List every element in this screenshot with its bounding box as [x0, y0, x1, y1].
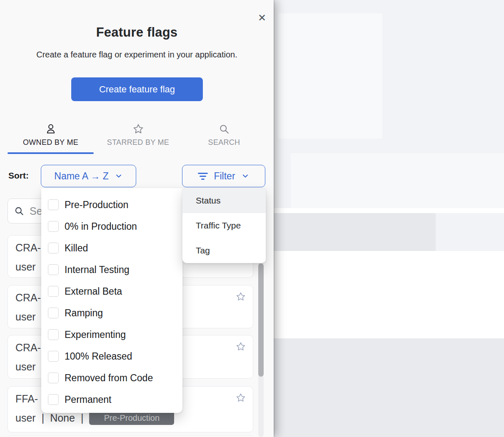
- filter-dropdown-button[interactable]: Filter: [182, 165, 265, 187]
- status-option-external-beta[interactable]: External Beta: [41, 281, 182, 302]
- page-skeleton-block: [278, 13, 382, 139]
- checkbox[interactable]: [48, 372, 59, 383]
- status-badge: Pre-Production: [89, 411, 174, 425]
- sort-value: Name A → Z: [54, 171, 108, 182]
- page-skeleton-block: [291, 153, 504, 208]
- filter-menu-item-traffic-type[interactable]: Traffic Type: [182, 213, 266, 238]
- page-subtitle: Create a feature flag or experiment in y…: [0, 50, 274, 60]
- star-icon[interactable]: [235, 392, 246, 403]
- separator: |: [42, 411, 45, 425]
- status-option-pre-production[interactable]: Pre-Production: [41, 194, 182, 216]
- checkbox[interactable]: [48, 243, 59, 253]
- status-option-100-released[interactable]: 100% Released: [41, 345, 182, 367]
- tab-label: SEARCH: [208, 138, 240, 146]
- checkbox[interactable]: [48, 286, 59, 297]
- tab-search[interactable]: SEARCH: [182, 123, 266, 154]
- tab-starred-by-me[interactable]: STARRED BY ME: [94, 123, 182, 154]
- status-filter-dropdown: Pre-Production 0% in Production Killed I…: [41, 188, 182, 413]
- flag-tag: None: [50, 411, 75, 425]
- active-tab-underline: [7, 152, 94, 154]
- status-option-ramping[interactable]: Ramping: [41, 302, 182, 324]
- filter-menu: Status Traffic Type Tag: [182, 188, 266, 263]
- sort-dropdown-button[interactable]: Name A → Z: [41, 165, 136, 187]
- page-title: Feature flags: [0, 25, 274, 40]
- page-white-band: [274, 208, 504, 213]
- checkbox[interactable]: [48, 308, 59, 318]
- tab-label: OWNED BY ME: [23, 138, 78, 146]
- chevron-down-icon: [115, 172, 123, 180]
- filter-icon: [198, 173, 208, 180]
- separator: |: [81, 411, 84, 425]
- status-option-permanent[interactable]: Permanent: [41, 389, 182, 410]
- create-feature-flag-button[interactable]: Create feature flag: [71, 77, 203, 101]
- star-icon[interactable]: [235, 341, 246, 352]
- person-icon: [7, 123, 94, 136]
- status-option-removed-from-code[interactable]: Removed from Code: [41, 367, 182, 389]
- flag-traffic-type: user: [15, 411, 36, 425]
- magnifier-icon: [182, 123, 266, 136]
- status-option-killed[interactable]: Killed: [41, 237, 182, 259]
- checkbox[interactable]: [48, 394, 59, 405]
- checkbox[interactable]: [48, 221, 59, 232]
- checkbox[interactable]: [48, 264, 59, 275]
- page-white-band: [274, 251, 504, 338]
- status-option-internal-testing[interactable]: Internal Testing: [41, 259, 182, 281]
- magnifier-icon: [14, 206, 25, 216]
- filter-label: Filter: [214, 171, 235, 182]
- page-skeleton-block: [274, 338, 504, 437]
- scrollbar-thumb[interactable]: [258, 263, 264, 377]
- star-icon[interactable]: [235, 291, 246, 302]
- filter-menu-item-status[interactable]: Status: [182, 188, 266, 213]
- close-icon[interactable]: ✕: [256, 12, 268, 24]
- background-page: [274, 0, 504, 437]
- tab-owned-by-me[interactable]: OWNED BY ME: [7, 123, 94, 154]
- chevron-down-icon: [241, 172, 250, 180]
- star-icon: [94, 123, 182, 136]
- page-skeleton-block: [274, 213, 436, 251]
- checkbox[interactable]: [48, 199, 59, 210]
- feature-flags-panel: ✕ Feature flags Create a feature flag or…: [0, 0, 274, 437]
- filter-menu-item-tag[interactable]: Tag: [182, 238, 266, 263]
- tab-label: STARRED BY ME: [107, 138, 169, 146]
- status-option-0-in-production[interactable]: 0% in Production: [41, 216, 182, 237]
- checkbox[interactable]: [48, 351, 59, 362]
- status-option-experimenting[interactable]: Experimenting: [41, 324, 182, 345]
- checkbox[interactable]: [48, 329, 59, 340]
- sort-label: Sort:: [8, 171, 29, 181]
